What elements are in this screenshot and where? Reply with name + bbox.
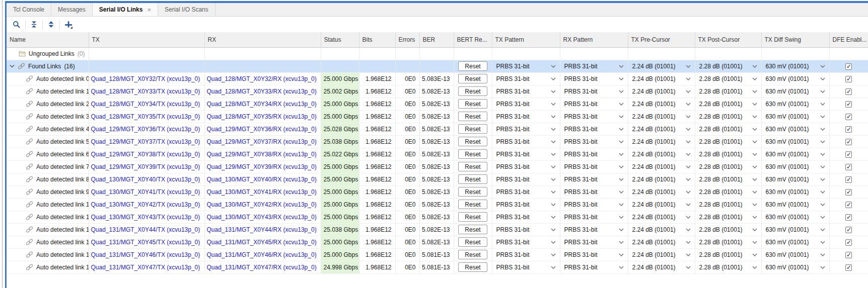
expand-all-button[interactable] xyxy=(45,19,57,30)
tx-diff-swing-select[interactable]: 630 mV (01001) xyxy=(761,198,829,211)
tx-post-cursor-select[interactable]: 2.28 dB (01001) xyxy=(695,123,761,135)
rx-pattern-select[interactable]: PRBS 31-bit xyxy=(560,135,628,148)
column-header-tx-post-cursor[interactable]: TX Post-Cursor xyxy=(695,32,761,47)
rx-pattern-select[interactable]: PRBS 31-bit xyxy=(560,211,628,223)
link-row[interactable]: Auto detected link 8 Quad_130/MGT_X0Y40/… xyxy=(7,173,868,185)
group-row-found-links[interactable]: Found Links (16) Reset PRBS 31-bit xyxy=(7,60,868,72)
rx-endpoint-link[interactable]: Quad_129/MGT_X0Y38/RX (xcvu13p_0) xyxy=(205,151,317,158)
rx-endpoint-link[interactable]: Quad_131/MGT_X0Y44/RX (xcvu13p_0) xyxy=(205,226,317,233)
bert-reset-button[interactable]: Reset xyxy=(458,86,487,96)
rx-endpoint-link[interactable]: Quad_129/MGT_X0Y37/RX (xcvu13p_0) xyxy=(205,138,317,145)
dfe-enabled-checkbox[interactable] xyxy=(845,239,852,246)
rx-endpoint-link[interactable]: Quad_130/MGT_X0Y40/RX (xcvu13p_0) xyxy=(205,176,317,183)
rx-endpoint-link[interactable]: Quad_128/MGT_X0Y32/RX (xcvu13p_0) xyxy=(205,75,317,82)
tx-pre-cursor-select[interactable]: 2.24 dB (01001) xyxy=(628,236,695,248)
link-row[interactable]: Auto detected link 15 Quad_131/MGT_X0Y47… xyxy=(7,261,868,273)
tx-pre-cursor-select[interactable]: 2.24 dB (01001) xyxy=(628,72,695,85)
search-button[interactable] xyxy=(10,19,23,30)
bert-reset-button[interactable]: Reset xyxy=(458,237,487,247)
tx-post-cursor-select[interactable]: 2.28 dB (01001) xyxy=(695,148,761,160)
tx-pre-cursor-select[interactable]: 2.24 dB (01001) xyxy=(628,211,695,223)
link-row[interactable]: Auto detected link 13 Quad_131/MGT_X0Y45… xyxy=(7,236,868,248)
tx-pattern-select[interactable]: PRBS 31-bit xyxy=(492,173,560,185)
rx-endpoint-link[interactable]: Quad_128/MGT_X0Y33/RX (xcvu13p_0) xyxy=(205,88,317,95)
tx-pattern-select[interactable]: PRBS 31-bit xyxy=(492,236,560,248)
bert-reset-button[interactable]: Reset xyxy=(458,61,487,71)
column-header-name[interactable]: Name xyxy=(7,32,89,47)
column-header-tx-pre-cursor[interactable]: TX Pre-Cursor xyxy=(628,32,695,47)
tx-endpoint-link[interactable]: Quad_130/MGT_X0Y42/TX (xcvu13p_0) xyxy=(89,201,200,208)
tx-pattern-select[interactable]: PRBS 31-bit xyxy=(492,72,560,85)
bert-reset-button[interactable]: Reset xyxy=(458,174,487,184)
column-header-rx-pattern[interactable]: RX Pattern xyxy=(560,32,628,47)
tx-pre-cursor-select[interactable]: 2.24 dB (01001) xyxy=(628,98,695,110)
rx-endpoint-link[interactable]: Quad_128/MGT_X0Y35/RX (xcvu13p_0) xyxy=(205,113,317,120)
rx-pattern-select[interactable]: PRBS 31-bit xyxy=(560,236,628,248)
rx-pattern-select[interactable]: PRBS 31-bit xyxy=(560,85,628,98)
tx-pattern-select[interactable]: PRBS 31-bit xyxy=(492,85,560,98)
tx-diff-swing-select[interactable]: 630 mV (01001) xyxy=(761,248,829,261)
tx-diff-swing-select[interactable]: 630 mV (01001) xyxy=(761,261,829,273)
dfe-enabled-checkbox[interactable] xyxy=(845,252,852,258)
tx-diff-swing-select[interactable]: 630 mV (01001) xyxy=(761,185,829,198)
rx-endpoint-link[interactable]: Quad_130/MGT_X0Y41/RX (xcvu13p_0) xyxy=(205,188,317,196)
dfe-enabled-checkbox[interactable] xyxy=(845,176,852,183)
dfe-enabled-checkbox[interactable] xyxy=(845,189,852,196)
tx-diff-swing-select[interactable]: 630 mV (01001) xyxy=(761,98,829,110)
tx-post-cursor-select[interactable]: 2.28 dB (01001) xyxy=(695,261,761,273)
tx-pre-cursor-select[interactable]: 2.24 dB (01001) xyxy=(628,85,695,98)
rx-endpoint-link[interactable]: Quad_131/MGT_X0Y45/RX (xcvu13p_0) xyxy=(205,239,317,246)
tx-endpoint-link[interactable]: Quad_128/MGT_X0Y33/TX (xcvu13p_0) xyxy=(89,88,200,95)
tx-post-cursor-select[interactable]: 2.28 dB (01001) xyxy=(695,248,761,261)
tx-endpoint-link[interactable]: Quad_129/MGT_X0Y38/TX (xcvu13p_0) xyxy=(89,151,200,158)
tab-tcl-console[interactable]: Tcl Console xyxy=(7,3,51,16)
tx-endpoint-link[interactable]: Quad_131/MGT_X0Y46/TX (xcvu13p_0) xyxy=(89,251,200,258)
tx-pattern-select[interactable]: PRBS 31-bit xyxy=(492,223,560,236)
tx-diff-swing-select[interactable]: 630 mV (01001) xyxy=(761,211,829,223)
tx-endpoint-link[interactable]: Quad_128/MGT_X0Y34/TX (xcvu13p_0) xyxy=(89,101,200,108)
group-row-ungrouped-links[interactable]: Ungrouped Links (0) xyxy=(7,47,868,60)
link-row[interactable]: Auto detected link 11 Quad_130/MGT_X0Y43… xyxy=(7,211,868,223)
tx-endpoint-link[interactable]: Quad_129/MGT_X0Y36/TX (xcvu13p_0) xyxy=(89,126,200,133)
link-row[interactable]: Auto detected link 3 Quad_128/MGT_X0Y35/… xyxy=(7,110,868,123)
tx-pattern-select[interactable]: PRBS 31-bit xyxy=(492,198,560,211)
dfe-enabled-checkbox[interactable] xyxy=(845,101,852,108)
rx-endpoint-link[interactable]: Quad_131/MGT_X0Y47/RX (xcvu13p_0) xyxy=(205,264,317,271)
rx-endpoint-link[interactable]: Quad_130/MGT_X0Y43/RX (xcvu13p_0) xyxy=(205,214,317,221)
dfe-enabled-checkbox[interactable] xyxy=(845,164,852,170)
tx-pre-cursor-select[interactable]: 2.24 dB (01001) xyxy=(628,223,695,236)
rx-endpoint-link[interactable]: Quad_129/MGT_X0Y36/RX (xcvu13p_0) xyxy=(205,126,317,133)
dfe-enabled-checkbox[interactable] xyxy=(845,151,852,158)
link-row[interactable]: Auto detected link 12 Quad_131/MGT_X0Y44… xyxy=(7,223,868,236)
tx-diff-swing-select[interactable]: 630 mV (01001) xyxy=(761,110,829,123)
bert-reset-button[interactable]: Reset xyxy=(458,74,487,83)
tab-messages[interactable]: Messages xyxy=(51,3,93,16)
tx-endpoint-link[interactable]: Quad_130/MGT_X0Y43/TX (xcvu13p_0) xyxy=(89,214,200,221)
bert-reset-button[interactable]: Reset xyxy=(458,137,487,146)
tx-pre-cursor-select[interactable]: 2.24 dB (01001) xyxy=(628,198,695,211)
tx-diff-swing-select[interactable]: 630 mV (01001) xyxy=(761,236,829,248)
dfe-enabled-checkbox[interactable] xyxy=(845,88,852,95)
tab-serial-io-scans[interactable]: Serial I/O Scans xyxy=(158,3,215,16)
rx-pattern-select[interactable]: PRBS 31-bit xyxy=(560,72,628,85)
tx-diff-swing-select[interactable]: 630 mV (01001) xyxy=(761,72,829,85)
bert-reset-button[interactable]: Reset xyxy=(458,162,487,171)
tx-pattern-select[interactable]: PRBS 31-bit xyxy=(492,148,560,160)
collapse-all-button[interactable] xyxy=(28,19,40,30)
bert-reset-button[interactable]: Reset xyxy=(458,99,487,109)
column-header-bert-reset[interactable]: BERT Re... xyxy=(454,32,492,47)
tx-diff-swing-select[interactable]: 630 mV (01001) xyxy=(761,173,829,185)
dfe-enabled-checkbox[interactable] xyxy=(845,114,852,120)
bert-reset-button[interactable]: Reset xyxy=(458,112,487,121)
tx-pattern-select[interactable]: PRBS 31-bit xyxy=(492,211,560,223)
tx-post-cursor-select[interactable]: 2.28 dB (01001) xyxy=(695,110,761,123)
rx-endpoint-link[interactable]: Quad_131/MGT_X0Y46/RX (xcvu13p_0) xyxy=(205,251,317,258)
tx-pattern-select[interactable]: PRBS 31-bit xyxy=(492,248,560,261)
tx-pre-cursor-select[interactable]: 2.24 dB (01001) xyxy=(628,148,695,160)
tx-pattern-select[interactable]: PRBS 31-bit xyxy=(492,110,560,123)
tx-pattern-select[interactable]: PRBS 31-bit xyxy=(492,185,560,198)
bert-reset-button[interactable]: Reset xyxy=(458,262,487,272)
tx-post-cursor-select[interactable]: 2.28 dB (01001) xyxy=(695,223,761,236)
tx-pattern-select[interactable]: PRBS 31-bit xyxy=(492,98,560,110)
bert-reset-button[interactable]: Reset xyxy=(458,212,487,222)
